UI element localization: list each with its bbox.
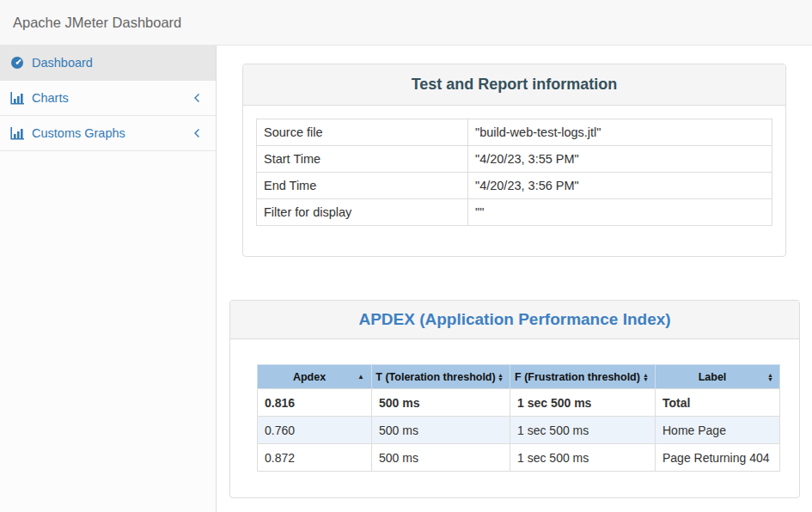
- chevron-left-icon: [193, 128, 205, 138]
- bar-chart-icon: [10, 126, 25, 140]
- main-content: Test and Report information Source file …: [217, 46, 812, 512]
- column-header-toleration[interactable]: T (Toleration threshold) ▲▼: [372, 365, 510, 389]
- info-row-value: "4/20/23, 3:55 PM": [468, 146, 772, 173]
- apdex-header: APDEX (Application Performance Index): [230, 301, 799, 339]
- table-row: Filter for display "": [257, 199, 772, 226]
- apdex-value: 0.872: [258, 444, 372, 472]
- column-header-frustration[interactable]: F (Frustration threshold) ▲▼: [510, 365, 656, 389]
- table-row: Start Time "4/20/23, 3:55 PM": [257, 146, 772, 173]
- sidebar: Dashboard Charts Customs: [0, 46, 217, 512]
- apdex-value: 0.816: [258, 389, 372, 417]
- info-row-label: Source file: [257, 119, 468, 146]
- toleration-value: 500 ms: [372, 417, 510, 444]
- sidebar-item-customs-graphs[interactable]: Customs Graphs: [0, 116, 216, 151]
- test-report-info-body: Source file "build-web-test-logs.jtl" St…: [243, 106, 785, 256]
- apdex-table: Apdex ▲ T (Toleration threshold) ▲▼ F (F…: [257, 364, 780, 472]
- app-header: Apache JMeter Dashboard: [0, 0, 812, 46]
- apdex-title: APDEX (Application Performance Index): [358, 310, 670, 328]
- dashboard-gauge-icon: [10, 56, 25, 70]
- sidebar-item-label: Customs Graphs: [32, 126, 125, 140]
- toleration-value: 500 ms: [372, 444, 510, 472]
- frustration-value: 1 sec 500 ms: [510, 417, 656, 444]
- info-row-value: "4/20/23, 3:56 PM": [468, 173, 772, 199]
- label-value: Home Page: [656, 417, 780, 444]
- table-row: 0.816 500 ms 1 sec 500 ms Total: [258, 389, 780, 417]
- sort-icon: ▲▼: [643, 372, 649, 381]
- table-row: 0.872 500 ms 1 sec 500 ms Page Returning…: [258, 444, 780, 472]
- apdex-header-row: Apdex ▲ T (Toleration threshold) ▲▼ F (F…: [258, 365, 780, 389]
- column-header-label[interactable]: Label ▲▼: [656, 365, 780, 389]
- label-value: Page Returning 404: [656, 444, 780, 472]
- test-report-info-title: Test and Report information: [412, 76, 618, 93]
- sort-ascending-icon: ▲: [357, 374, 364, 381]
- chevron-left-icon: [193, 93, 205, 103]
- table-row: 0.760 500 ms 1 sec 500 ms Home Page: [258, 417, 780, 444]
- sidebar-item-dashboard[interactable]: Dashboard: [0, 46, 216, 81]
- info-row-label: Filter for display: [257, 199, 468, 226]
- info-row-value: "": [468, 199, 772, 226]
- column-header-apdex[interactable]: Apdex ▲: [258, 365, 372, 389]
- sidebar-item-label: Dashboard: [32, 56, 93, 70]
- info-row-value: "build-web-test-logs.jtl": [468, 119, 772, 146]
- bar-chart-icon: [10, 91, 25, 105]
- info-row-label: Start Time: [257, 146, 468, 173]
- sort-icon: ▲▼: [767, 372, 773, 381]
- test-report-info-header: Test and Report information: [243, 64, 785, 106]
- sort-icon: ▲▼: [498, 372, 504, 381]
- sidebar-item-charts[interactable]: Charts: [0, 81, 216, 116]
- test-report-info-table: Source file "build-web-test-logs.jtl" St…: [256, 119, 772, 226]
- apdex-panel: APDEX (Application Performance Index) Ap…: [229, 300, 800, 498]
- test-report-info-panel: Test and Report information Source file …: [242, 64, 786, 257]
- app-title: Apache JMeter Dashboard: [13, 15, 181, 31]
- frustration-value: 1 sec 500 ms: [510, 389, 656, 417]
- toleration-value: 500 ms: [372, 389, 510, 417]
- sidebar-item-label: Charts: [32, 91, 69, 105]
- apdex-body: Apdex ▲ T (Toleration threshold) ▲▼ F (F…: [230, 339, 799, 497]
- info-row-label: End Time: [257, 173, 468, 199]
- table-row: Source file "build-web-test-logs.jtl": [257, 119, 772, 146]
- frustration-value: 1 sec 500 ms: [510, 444, 656, 472]
- apdex-value: 0.760: [258, 417, 372, 444]
- table-row: End Time "4/20/23, 3:56 PM": [257, 173, 772, 199]
- label-value: Total: [656, 389, 780, 417]
